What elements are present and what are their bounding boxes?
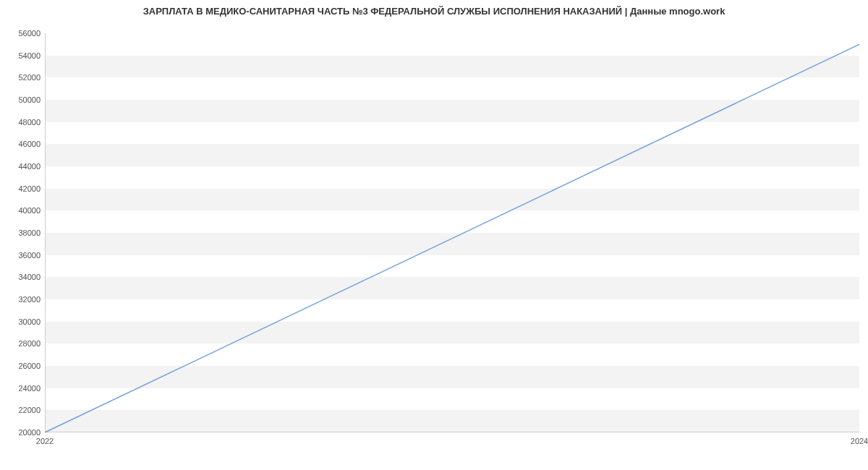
y-tick-label: 52000 bbox=[18, 73, 41, 82]
y-tick-label: 26000 bbox=[18, 362, 41, 370]
y-tick-label: 32000 bbox=[18, 295, 41, 304]
y-tick-label: 44000 bbox=[18, 162, 41, 171]
chart-area: 2000022000240002600028000300003200034000… bbox=[0, 20, 868, 454]
series-line bbox=[45, 44, 859, 432]
y-tick-label: 56000 bbox=[18, 29, 41, 38]
plot-area: 2000022000240002600028000300003200034000… bbox=[45, 33, 859, 432]
y-tick-label: 42000 bbox=[18, 184, 41, 193]
y-tick-label: 36000 bbox=[18, 251, 41, 260]
chart-title: ЗАРПЛАТА В МЕДИКО-САНИТАРНАЯ ЧАСТЬ №3 ФЕ… bbox=[0, 0, 868, 20]
y-tick-label: 40000 bbox=[18, 206, 41, 215]
y-tick-label: 20000 bbox=[18, 428, 41, 437]
line-layer bbox=[45, 33, 859, 432]
y-tick-label: 48000 bbox=[18, 118, 41, 127]
x-tick-label: 2024 bbox=[851, 437, 868, 445]
x-tick-label: 2022 bbox=[36, 437, 54, 445]
y-tick-label: 54000 bbox=[18, 51, 41, 60]
y-tick-label: 38000 bbox=[18, 228, 41, 237]
y-tick-label: 50000 bbox=[18, 95, 41, 104]
y-tick-label: 28000 bbox=[18, 339, 41, 348]
y-tick-label: 34000 bbox=[18, 273, 41, 281]
y-tick-label: 24000 bbox=[18, 384, 41, 393]
y-tick-label: 46000 bbox=[18, 140, 41, 148]
y-tick-label: 22000 bbox=[18, 406, 41, 414]
y-tick-label: 30000 bbox=[18, 317, 41, 326]
